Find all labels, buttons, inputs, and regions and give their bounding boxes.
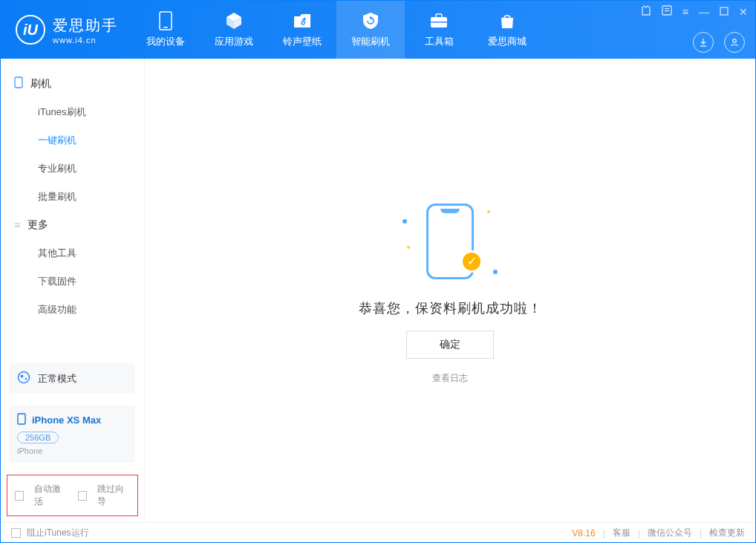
view-log-link[interactable]: 查看日志: [432, 372, 468, 385]
nav-label: 我的设备: [146, 35, 185, 48]
check-label-auto: 自动激活: [34, 483, 67, 508]
svg-point-13: [25, 378, 27, 380]
section-title: 更多: [27, 218, 48, 232]
nav-label: 铃声壁纸: [283, 35, 322, 48]
logo-text: 爱思助手 www.i4.cn: [53, 16, 118, 45]
success-message: 恭喜您，保资料刷机成功啦！: [359, 299, 542, 317]
body: 刷机 iTunes刷机 一键刷机 专业刷机 批量刷机 ≡ 更多 其他工具 下载固…: [1, 59, 755, 522]
sidebar-section-more: ≡ 更多: [1, 211, 144, 239]
ok-button[interactable]: 确定: [406, 331, 494, 359]
sidebar: 刷机 iTunes刷机 一键刷机 专业刷机 批量刷机 ≡ 更多 其他工具 下载固…: [1, 59, 145, 522]
svg-rect-4: [431, 22, 447, 23]
nav-label: 工具箱: [425, 35, 454, 48]
nav-toolbox[interactable]: 工具箱: [405, 1, 473, 59]
shopping-bag-icon: [498, 11, 517, 30]
footer-wechat[interactable]: 微信公众号: [648, 527, 692, 539]
download-button[interactable]: [693, 32, 714, 53]
svg-rect-10: [15, 77, 22, 88]
user-button[interactable]: [724, 32, 745, 53]
logo-icon: iU: [16, 15, 45, 45]
shield-refresh-icon: [361, 11, 380, 30]
nav-smart-flash[interactable]: 智能刷机: [336, 1, 405, 59]
nav: 我的设备 应用游戏 铃声壁纸 智能刷机 工具箱 爱思商城: [131, 1, 541, 59]
sidebar-item-pro-flash[interactable]: 专业刷机: [1, 155, 144, 183]
footer: 阻止iTunes运行 V8.16 | 客服 | 微信公众号 | 检查更新: [1, 522, 755, 543]
device-type: iPhone: [17, 446, 128, 455]
svg-point-9: [733, 39, 737, 43]
header: iU 爱思助手 www.i4.cn 我的设备 应用游戏 铃声壁纸 智能刷机 工具…: [1, 1, 755, 59]
nav-label: 应用游戏: [215, 35, 253, 48]
music-folder-icon: [293, 11, 312, 30]
cube-icon: [224, 11, 244, 30]
app-title: 爱思助手: [53, 16, 118, 36]
success-illustration: ✓: [398, 197, 502, 286]
flash-options-row: 自动激活 跳过向导: [7, 475, 138, 516]
titlebar-controls: ≡ — ✕: [641, 5, 748, 18]
checkbox-skip-guide[interactable]: [78, 491, 87, 501]
phone-small-icon: [14, 77, 23, 91]
minimize-icon[interactable]: —: [699, 6, 709, 18]
svg-point-12: [21, 375, 24, 378]
list-icon: ≡: [14, 219, 20, 231]
svg-rect-8: [720, 7, 728, 15]
svg-rect-3: [436, 14, 442, 18]
sidebar-item-oneclick-flash[interactable]: 一键刷机: [1, 126, 144, 155]
device-name: iPhone XS Max: [32, 414, 101, 426]
svg-rect-14: [18, 414, 25, 424]
footer-check-update[interactable]: 检查更新: [709, 527, 745, 539]
nav-apps-games[interactable]: 应用游戏: [200, 1, 268, 59]
checkbox-block-itunes[interactable]: [11, 528, 21, 538]
sidebar-item-batch-flash[interactable]: 批量刷机: [1, 183, 144, 211]
logo-block: iU 爱思助手 www.i4.cn: [1, 1, 131, 59]
nav-my-device[interactable]: 我的设备: [131, 1, 200, 59]
svg-rect-7: [665, 10, 669, 11]
check-badge-icon: ✓: [460, 250, 483, 273]
header-right-buttons: [693, 32, 745, 53]
sidebar-item-download-firmware[interactable]: 下载固件: [1, 267, 144, 296]
checkbox-auto-activate[interactable]: [15, 491, 24, 501]
svg-point-11: [19, 372, 30, 383]
device-capacity: 256GB: [17, 432, 59, 443]
footer-service[interactable]: 客服: [613, 527, 630, 539]
device-icon: [156, 11, 175, 30]
sidebar-item-other-tools[interactable]: 其他工具: [1, 239, 144, 267]
app-subtitle: www.i4.cn: [53, 36, 118, 45]
nav-label: 智能刷机: [351, 35, 390, 48]
mode-label: 正常模式: [38, 372, 76, 386]
main-content: ✓ 恭喜您，保资料刷机成功啦！ 确定 查看日志: [145, 59, 755, 522]
version-label: V8.16: [572, 528, 595, 539]
skin-icon[interactable]: [641, 5, 651, 18]
menu-icon[interactable]: ≡: [682, 6, 688, 18]
section-title: 刷机: [30, 77, 51, 91]
nav-label: 爱思商城: [488, 35, 527, 48]
sidebar-item-itunes-flash[interactable]: iTunes刷机: [1, 98, 144, 126]
feedback-icon[interactable]: [662, 5, 672, 18]
device-phone-icon: [17, 413, 26, 427]
briefcase-icon: [429, 11, 449, 30]
device-card[interactable]: iPhone XS Max 256GB iPhone: [10, 406, 135, 463]
nav-store[interactable]: 爱思商城: [473, 1, 541, 59]
footer-block-itunes-label: 阻止iTunes运行: [27, 527, 89, 539]
device-name-row: iPhone XS Max: [17, 413, 128, 427]
close-icon[interactable]: ✕: [739, 6, 748, 18]
mode-card[interactable]: 正常模式: [10, 363, 135, 394]
check-label-skip: 跳过向导: [97, 483, 130, 508]
nav-ringtone-wallpaper[interactable]: 铃声壁纸: [268, 1, 336, 59]
svg-rect-1: [163, 27, 168, 28]
sidebar-section-flash: 刷机: [1, 69, 144, 98]
sidebar-item-advanced[interactable]: 高级功能: [1, 296, 144, 324]
maximize-icon[interactable]: [720, 6, 729, 18]
svg-rect-6: [665, 8, 669, 9]
footer-right: V8.16 | 客服 | 微信公众号 | 检查更新: [572, 527, 745, 539]
mode-icon: [17, 371, 30, 386]
